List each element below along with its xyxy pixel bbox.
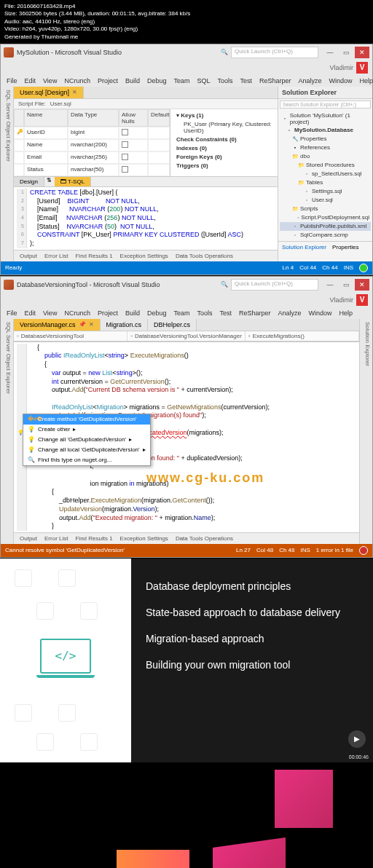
menu-ncrunch[interactable]: NCrunch	[64, 77, 90, 84]
tab-output[interactable]: Output	[20, 535, 37, 542]
menu-window[interactable]: Window	[329, 77, 353, 84]
cell[interactable]	[148, 164, 170, 176]
side-tab-solution-explorer[interactable]: Solution Explorer	[359, 319, 372, 544]
user-avatar[interactable]: V	[356, 294, 368, 306]
menu-view[interactable]: View	[43, 77, 57, 84]
nav-project[interactable]: ▫DatabaseVersioningTool	[14, 331, 127, 341]
menu-test[interactable]: Test	[220, 309, 232, 317]
tree-project[interactable]: ▫MySolution.Database	[280, 126, 371, 135]
menu-debug[interactable]: Debug	[147, 77, 167, 84]
tab-datatools[interactable]: Data Tools Operations	[176, 535, 233, 542]
menu-analyze[interactable]: Analyze	[278, 309, 302, 317]
doc-tab[interactable]: Migration.cs	[101, 319, 149, 331]
tree-solution[interactable]: ▫Solution 'MySolution' (1 project)	[280, 111, 371, 126]
tab-errorlist[interactable]: Error List	[44, 535, 68, 542]
user-name[interactable]: Vladimir	[329, 64, 353, 71]
cell[interactable]	[119, 139, 148, 151]
quick-launch-input[interactable]: Quick Launch (Ctrl+Q)	[231, 47, 318, 58]
cell[interactable]	[148, 139, 170, 151]
user-name[interactable]: Vladimir	[329, 296, 353, 304]
quick-launch[interactable]: 🔍 Quick Launch (Ctrl+Q)	[221, 47, 318, 58]
tab-exception[interactable]: Exception Settings	[120, 535, 168, 542]
table-row[interactable]: Status nvarchar(50)	[14, 164, 170, 176]
menu-resharper[interactable]: ReSharper	[259, 77, 291, 84]
tree-file-selected[interactable]: ▫PublishProfile.publish.xml	[280, 222, 371, 231]
minimize-button[interactable]: —	[323, 279, 337, 291]
maximize-button[interactable]: ▭	[339, 279, 353, 291]
menu-build[interactable]: Build	[125, 309, 140, 317]
foreign-keys[interactable]: Foreign Keys (0)	[176, 154, 222, 160]
menu-team[interactable]: Team	[173, 309, 189, 317]
tab-tsql[interactable]: 🗔 T-SQL	[55, 177, 91, 186]
cell[interactable]: nvarchar(200)	[68, 139, 119, 151]
menu-file[interactable]: File	[7, 309, 17, 317]
tree-scripts-folder[interactable]: 📁Scripts	[280, 205, 371, 213]
menu-build[interactable]: Build	[125, 77, 140, 84]
doc-tab[interactable]: VersionManager.cs📌✕	[14, 319, 101, 331]
keys-item[interactable]: PK_User (Primary Key, Clustered: UserID)	[176, 121, 272, 134]
tab-find[interactable]: Find Results 1	[75, 253, 112, 259]
close-button[interactable]: ✕	[355, 47, 369, 58]
user-avatar[interactable]: V	[356, 62, 368, 74]
side-tab-sql-explorer[interactable]: SQL Server Object Explorer	[1, 319, 14, 544]
chevron-down-icon[interactable]: ▾	[176, 112, 179, 119]
solution-search-input[interactable]: Search Solution Explorer (Ctrl+;)	[280, 100, 371, 108]
quick-launch[interactable]: 🔍 Quick Launch (Ctrl+Q)	[221, 279, 318, 291]
cell[interactable]: Status	[24, 164, 68, 176]
menu-resharper[interactable]: ReSharper	[239, 309, 271, 317]
intel-item[interactable]: �#�Create method 'GetDuplicatedVersion'	[23, 414, 150, 425]
maximize-button[interactable]: ▭	[339, 47, 353, 58]
menu-project[interactable]: Project	[98, 77, 118, 84]
menu-test[interactable]: Test	[240, 77, 253, 84]
menu-view[interactable]: View	[43, 309, 57, 317]
intel-item[interactable]: 💡Create other ▸	[23, 425, 150, 435]
table-row[interactable]: Name nvarchar(200)	[14, 139, 170, 151]
close-icon[interactable]: ✕	[89, 321, 94, 328]
sql-editor[interactable]: 1CREATE TABLE [dbo].[User] ( 2 [UserId] …	[14, 186, 278, 250]
split-icon[interactable]: ⇅	[44, 177, 55, 186]
menu-debug[interactable]: Debug	[147, 309, 167, 317]
tree-file[interactable]: ▫Script.PostDeployment.sql	[280, 213, 371, 222]
keys-title[interactable]: Keys (1)	[181, 112, 203, 119]
menu-edit[interactable]: Edit	[25, 309, 36, 317]
intel-item[interactable]: 🔍Find this type on nuget.org...	[23, 455, 150, 465]
tab-properties[interactable]: Properties	[332, 244, 358, 250]
tree-file[interactable]: ▫Settings.sql	[280, 187, 371, 196]
tree-dbo[interactable]: 📁dbo	[280, 152, 371, 161]
tab-find[interactable]: Find Results 1	[75, 535, 112, 542]
cell[interactable]: Name	[24, 139, 68, 151]
doc-tab-user-sql[interactable]: User.sql [Design] ✕	[14, 87, 84, 98]
menu-team[interactable]: Team	[173, 77, 189, 84]
tab-exception[interactable]: Exception Settings	[120, 253, 168, 259]
tab-datatools[interactable]: Data Tools Operations	[176, 253, 233, 259]
tab-output[interactable]: Output	[20, 253, 37, 259]
tab-design[interactable]: Design	[14, 177, 44, 186]
cell[interactable]: UserID	[24, 127, 68, 139]
intel-item[interactable]: 💡Change all local 'GetDuplicatedVersion'…	[23, 445, 150, 455]
table-row[interactable]: 🔑 UserID bigint	[14, 127, 170, 139]
menu-tools[interactable]: Tools	[197, 309, 212, 317]
tree-properties[interactable]: 🔧Properties	[280, 135, 371, 143]
play-button[interactable]: ▶	[348, 730, 366, 748]
tree-file[interactable]: ▫sp_SelectUsers.sql	[280, 170, 371, 178]
triggers[interactable]: Triggers (0)	[176, 162, 208, 169]
menu-help[interactable]: Help	[339, 309, 353, 317]
close-button[interactable]: ✕	[355, 279, 369, 291]
tree-references[interactable]: ▪References	[280, 143, 371, 152]
cell[interactable]	[148, 127, 170, 139]
menu-tools[interactable]: Tools	[218, 77, 233, 84]
indexes[interactable]: Indexes (0)	[176, 145, 207, 151]
menu-help[interactable]: Help	[360, 77, 373, 84]
doc-tab[interactable]: DBHelper.cs	[148, 319, 197, 331]
side-tab-sql-explorer[interactable]: SQL Server Object Explorer	[1, 87, 14, 261]
menu-ncrunch[interactable]: NCrunch	[64, 309, 90, 317]
menu-sql[interactable]: SQL	[197, 77, 210, 84]
check-constraints[interactable]: Check Constraints (0)	[176, 136, 237, 143]
menu-window[interactable]: Window	[309, 309, 332, 317]
quick-launch-input[interactable]: Quick Launch (Ctrl+Q)	[231, 279, 318, 291]
close-icon[interactable]: ✕	[72, 89, 77, 95]
tree-file[interactable]: ▫User.sql	[280, 196, 371, 205]
tab-errorlist[interactable]: Error List	[44, 253, 68, 259]
cell[interactable]	[148, 151, 170, 164]
tree-tables-folder[interactable]: 📁Tables	[280, 178, 371, 187]
